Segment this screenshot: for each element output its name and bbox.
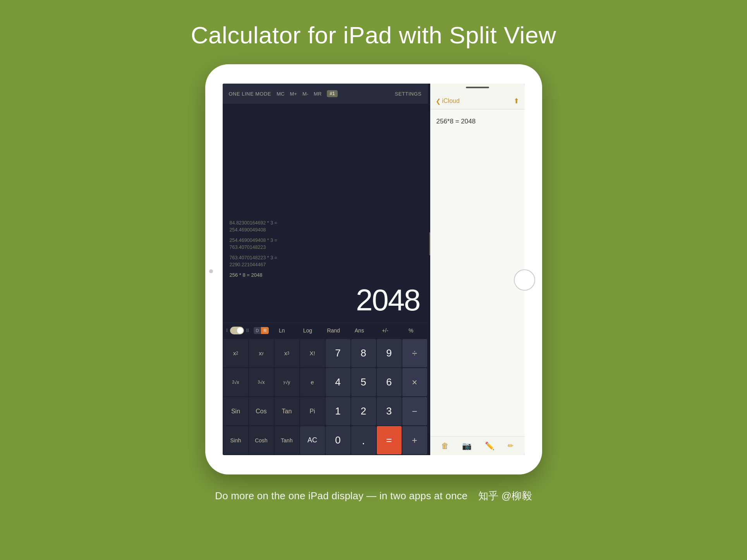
calc-toolbar: ONE LINE MODE MC M+ M- MR #1 SETTINGS [223, 84, 428, 104]
plus-button[interactable]: + [402, 426, 427, 454]
seven-button[interactable]: 7 [326, 339, 350, 367]
equals-button[interactable]: = [377, 426, 402, 454]
nine-button[interactable]: 9 [377, 339, 402, 367]
minus-button[interactable]: − [402, 397, 427, 425]
settings-button[interactable]: SETTINGS [395, 91, 421, 97]
factorial-button[interactable]: X! [300, 339, 325, 367]
rand-button[interactable]: Rand [321, 325, 347, 336]
tanh-button[interactable]: Tanh [275, 426, 299, 454]
trash-button[interactable]: 🗑 [441, 442, 449, 450]
x-squared-button[interactable]: x2 [223, 339, 248, 367]
notes-panel: ❮ iCloud ⬆ 256*8 = 2048 🗑 📷 ✏️ ✏ [430, 84, 525, 455]
notes-content[interactable]: 256*8 = 2048 [430, 110, 525, 436]
notes-status-bar [430, 84, 525, 91]
calc-history: 84.82300164692 * 3 =254.4690049408 254.4… [223, 104, 428, 283]
pi-button[interactable]: Pi [300, 397, 325, 425]
bottom-text: Do more on the one iPad display — in two… [215, 489, 532, 503]
two-button[interactable]: 2 [351, 397, 376, 425]
cube-root-button[interactable]: 3√x [249, 368, 274, 396]
panel-divider [428, 84, 430, 455]
notes-share-button[interactable]: ⬆ [513, 97, 519, 105]
page-title: Calculator for iPad with Split View [191, 21, 556, 49]
zero-button[interactable]: 0 [326, 426, 350, 454]
y-root-button[interactable]: y√y [275, 368, 299, 396]
cosh-button[interactable]: Cosh [249, 426, 274, 454]
m-plus-button[interactable]: M+ [290, 91, 297, 97]
four-button[interactable]: 4 [326, 368, 350, 396]
square-root-button[interactable]: 2√x [223, 368, 248, 396]
history-item-3: 763.4070148223 * 3 =2290.221044467 [230, 255, 421, 268]
status-indicator [466, 87, 489, 88]
compose-button[interactable]: ✏ [508, 442, 513, 450]
tan-button[interactable]: Tan [275, 397, 299, 425]
chevron-left-icon: ❮ [436, 98, 441, 105]
ipad-home-button[interactable] [514, 269, 535, 291]
ipad-frame: ONE LINE MODE MC M+ M- MR #1 SETTINGS 84… [205, 64, 542, 474]
plus-minus-button[interactable]: +/- [372, 325, 398, 336]
history-item-2: 254.4690049408 * 3 =763.4070148223 [230, 237, 421, 251]
ans-button[interactable]: Ans [346, 325, 372, 336]
attribution: 知乎 @柳毅 [478, 490, 532, 502]
mc-button[interactable]: MC [276, 91, 284, 97]
dot-button[interactable]: . [351, 426, 376, 454]
mr-button[interactable]: MR [314, 91, 321, 97]
ipad-left-button [209, 269, 213, 273]
notes-text: 256*8 = 2048 [436, 118, 476, 125]
sinh-button[interactable]: Sinh [223, 426, 248, 454]
three-button[interactable]: 3 [377, 397, 402, 425]
cos-button[interactable]: Cos [249, 397, 274, 425]
bottom-description: Do more on the one iPad display — in two… [215, 490, 467, 502]
rad-button[interactable]: R [261, 327, 269, 334]
history-item-1: 84.82300164692 * 3 =254.4690049408 [230, 220, 421, 233]
toggle-i-label: I [227, 328, 228, 333]
multiply-button[interactable]: × [402, 368, 427, 396]
sci-row: I II D R Ln Log Rand Ans +/- % [223, 322, 428, 338]
log-button[interactable]: Log [295, 325, 321, 336]
deg-rad-toggle[interactable]: D R [254, 327, 269, 334]
calculator-panel: ONE LINE MODE MC M+ M- MR #1 SETTINGS 84… [223, 84, 428, 455]
mode-badge[interactable]: #1 [327, 90, 337, 97]
euler-button[interactable]: e [300, 368, 325, 396]
x-cubed-button[interactable]: x3 [275, 339, 299, 367]
percent-button[interactable]: % [398, 325, 424, 336]
ipad-screen: ONE LINE MODE MC M+ M- MR #1 SETTINGS 84… [223, 84, 525, 455]
toggle-ii-label: II [246, 328, 249, 333]
m-minus-button[interactable]: M- [302, 91, 308, 97]
notes-back-button[interactable]: ❮ iCloud [436, 98, 460, 105]
sin-button[interactable]: Sin [223, 397, 248, 425]
x-power-y-button[interactable]: xy [249, 339, 274, 367]
notes-back-label[interactable]: iCloud [442, 98, 460, 104]
notes-header: ❮ iCloud ⬆ [430, 91, 525, 110]
divide-button[interactable]: ÷ [402, 339, 427, 367]
history-item-4: 256 * 8 = 2048 [230, 272, 421, 278]
calc-display: 2048 [223, 283, 428, 322]
toggle-switch[interactable] [230, 327, 244, 334]
ac-button[interactable]: AC [300, 426, 325, 454]
camera-button[interactable]: 📷 [462, 441, 472, 450]
sci-toggle[interactable]: I II [227, 327, 249, 334]
deg-button[interactable]: D [254, 327, 261, 334]
eight-button[interactable]: 8 [351, 339, 376, 367]
ln-button[interactable]: Ln [269, 325, 295, 336]
five-button[interactable]: 5 [351, 368, 376, 396]
one-line-mode-label: ONE LINE MODE [229, 91, 271, 97]
button-grid: x2 xy x3 X! 7 8 9 ÷ 2√x 3√x y√y e 4 5 6 … [223, 338, 428, 455]
notes-footer: 🗑 📷 ✏️ ✏ [430, 436, 525, 455]
one-button[interactable]: 1 [326, 397, 350, 425]
six-button[interactable]: 6 [377, 368, 402, 396]
pencil-button[interactable]: ✏️ [485, 441, 495, 450]
